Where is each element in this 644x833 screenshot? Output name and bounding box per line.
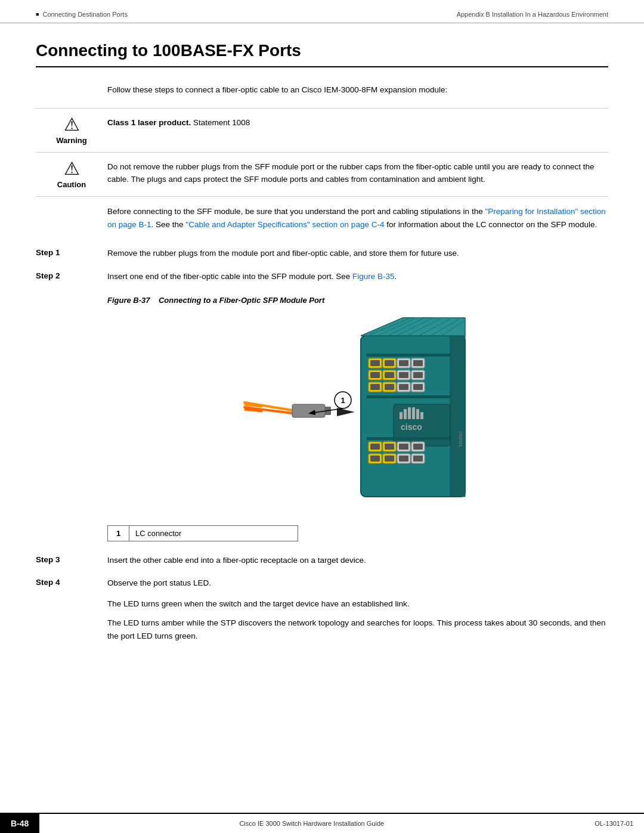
para2: The LED turns green when the switch and … xyxy=(107,597,608,611)
svg-rect-53 xyxy=(385,444,394,450)
svg-rect-44 xyxy=(416,409,419,419)
svg-rect-61 xyxy=(385,456,394,462)
svg-rect-18 xyxy=(370,360,380,366)
step1-label: Step 1 xyxy=(36,247,107,257)
svg-rect-26 xyxy=(370,372,380,378)
svg-rect-38 xyxy=(367,395,450,398)
svg-rect-41 xyxy=(404,409,407,419)
svg-rect-62 xyxy=(399,456,408,462)
caution-label: Caution xyxy=(57,180,86,189)
footer-center-text: Cisco IE 3000 Switch Hardware Installati… xyxy=(39,814,584,833)
para3: The LED turns amber while the STP discov… xyxy=(107,617,608,642)
svg-text:202031: 202031 xyxy=(458,431,463,447)
svg-line-2 xyxy=(244,404,262,406)
legend-row-1: 1 LC connector xyxy=(108,525,298,541)
svg-rect-43 xyxy=(412,407,415,419)
svg-text:1: 1 xyxy=(340,396,345,405)
caution-label-col: ⚠ Caution xyxy=(36,160,107,189)
legend-text-1: LC connector xyxy=(129,525,298,541)
warning-block: ⚠ Warning Class 1 laser product. Stateme… xyxy=(36,108,608,152)
legend-table: 1 LC connector xyxy=(107,525,298,541)
header-left: Connecting Destination Ports xyxy=(36,11,128,18)
svg-rect-4 xyxy=(292,404,325,417)
header-section-label: Connecting Destination Ports xyxy=(42,11,127,18)
svg-rect-42 xyxy=(408,407,411,419)
svg-rect-19 xyxy=(385,360,394,366)
svg-rect-34 xyxy=(370,384,380,390)
para1-link2[interactable]: "Cable and Adapter Specifications" secti… xyxy=(185,220,384,229)
svg-marker-12 xyxy=(450,336,465,497)
figure-caption: Figure B-37 Connecting to a Fiber-Optic … xyxy=(107,296,608,305)
para1-text-before: Before connecting to the SFF module, be … xyxy=(107,207,485,216)
svg-rect-40 xyxy=(400,412,402,419)
footer-page-number: B-48 xyxy=(0,814,39,833)
warning-bold: Class 1 laser product. xyxy=(107,118,191,127)
figure-number: Figure B-37 xyxy=(107,296,150,305)
footer-doc-number: OL-13017-01 xyxy=(584,814,644,833)
step1-block: Step 1 Remove the rubber plugs from the … xyxy=(36,245,608,262)
svg-line-3 xyxy=(244,409,262,411)
svg-rect-52 xyxy=(370,444,380,450)
legend-num-1: 1 xyxy=(108,525,129,541)
step4-label: Step 4 xyxy=(36,577,107,587)
step2-text-before: Insert one end of the fiber-optic cable … xyxy=(107,272,352,281)
svg-rect-55 xyxy=(413,444,423,450)
header-appendix-label: Appendix B Installation In a Hazardous E… xyxy=(457,11,608,18)
header-right: Appendix B Installation In a Hazardous E… xyxy=(457,11,608,18)
svg-rect-21 xyxy=(413,360,423,366)
svg-rect-45 xyxy=(420,412,423,419)
svg-rect-27 xyxy=(385,372,394,378)
svg-rect-54 xyxy=(399,444,408,450)
svg-rect-28 xyxy=(399,372,408,378)
caution-block: ⚠ Caution Do not remove the rubber plugs… xyxy=(36,152,608,196)
para1-text-mid: . See the xyxy=(151,220,186,229)
step2-label: Step 2 xyxy=(36,271,107,280)
step4-content: Observe the port status LED. xyxy=(107,577,608,589)
figure-container: Figure B-37 Connecting to a Fiber-Optic … xyxy=(107,296,608,541)
step3-label: Step 3 xyxy=(36,555,107,564)
svg-rect-13 xyxy=(367,354,450,357)
step2-figure-link[interactable]: Figure B-35 xyxy=(352,272,395,281)
svg-rect-63 xyxy=(413,456,423,462)
svg-rect-60 xyxy=(370,456,380,462)
step3-content: Insert the other cable end into a fiber-… xyxy=(107,555,608,566)
step4-block: Step 4 Observe the port status LED. xyxy=(36,575,608,592)
figure-title: Connecting to a Fiber-Optic SFP Module P… xyxy=(159,296,324,305)
para1-text-after: for information about the LC connector o… xyxy=(384,220,597,229)
main-content: Connecting to 100BASE-FX Ports Follow th… xyxy=(0,23,644,684)
caution-icon: ⚠ xyxy=(64,160,80,178)
page-title: Connecting to 100BASE-FX Ports xyxy=(36,41,608,67)
figure-image: cisco xyxy=(233,312,483,515)
step1-content: Remove the rubber plugs from the module … xyxy=(107,247,608,259)
step2-text-after: . xyxy=(395,272,397,281)
intro-text: Follow these steps to connect a fiber-op… xyxy=(107,84,608,96)
warning-label-col: ⚠ Warning xyxy=(36,116,107,145)
svg-rect-37 xyxy=(413,384,423,390)
page-footer: B-48 Cisco IE 3000 Switch Hardware Insta… xyxy=(0,813,644,833)
warning-text: Statement 1008 xyxy=(191,118,250,127)
svg-rect-20 xyxy=(399,360,408,366)
svg-rect-36 xyxy=(399,384,408,390)
page-header: Connecting Destination Ports Appendix B … xyxy=(0,0,644,23)
svg-text:cisco: cisco xyxy=(401,422,422,432)
svg-rect-47 xyxy=(367,437,450,440)
para1-block: Before connecting to the SFF module, be … xyxy=(36,196,608,239)
warning-content: Class 1 laser product. Statement 1008 xyxy=(107,116,608,129)
svg-rect-35 xyxy=(385,384,394,390)
svg-rect-29 xyxy=(413,372,423,378)
step3-block: Step 3 Insert the other cable end into a… xyxy=(36,552,608,569)
warning-icon: ⚠ xyxy=(64,116,80,134)
step2-block: Step 2 Insert one end of the fiber-optic… xyxy=(36,268,608,285)
step2-content: Insert one end of the fiber-optic cable … xyxy=(107,271,608,283)
caution-content: Do not remove the rubber plugs from the … xyxy=(107,160,608,185)
warning-label: Warning xyxy=(56,136,87,145)
